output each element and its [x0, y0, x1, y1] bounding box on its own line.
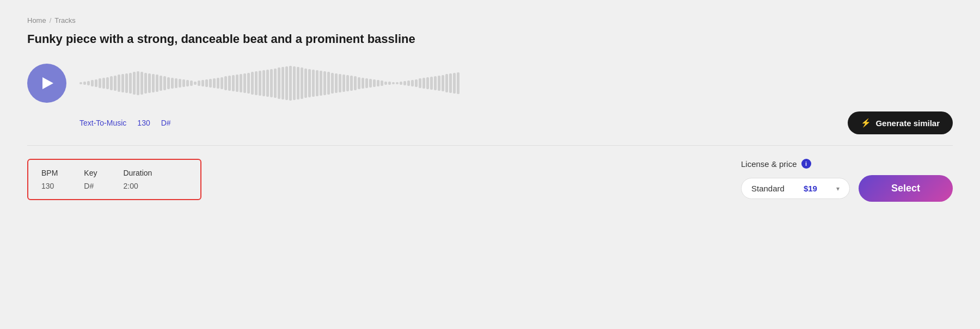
waveform-bar: [445, 74, 448, 92]
waveform-bar: [350, 76, 353, 90]
select-button[interactable]: Select: [859, 175, 953, 202]
license-right: Standard $19 ▾ Select: [741, 175, 953, 202]
waveform-bar: [365, 78, 368, 88]
waveform-bar: [152, 74, 155, 92]
waveform-bar: [327, 72, 330, 94]
waveform-bar: [434, 76, 437, 90]
waveform-bar: [102, 78, 105, 89]
waveform-bar: [449, 73, 452, 92]
waveform-bar: [392, 82, 395, 85]
waveform-bar: [87, 81, 90, 85]
waveform-bar: [430, 77, 433, 90]
waveform-bar: [384, 82, 387, 85]
license-section: License & price i Standard $19 ▾ Select: [741, 159, 953, 202]
divider: [27, 145, 953, 146]
waveform-bar: [422, 78, 425, 88]
waveform-bar: [220, 77, 223, 90]
breadcrumb-home[interactable]: Home: [27, 16, 46, 24]
waveform-bar: [160, 76, 162, 91]
duration-value: 2:00: [123, 182, 152, 190]
waveform-bar: [190, 80, 193, 85]
waveform-bar: [133, 72, 136, 94]
tags-and-generate: Text-To-Music 130 D# ⚡ Generate similar: [79, 111, 953, 134]
waveform-bar: [213, 78, 216, 88]
waveform-bar: [369, 79, 372, 88]
waveform-bar: [442, 75, 444, 92]
waveform-bar: [106, 77, 109, 90]
waveform-bar: [125, 73, 128, 94]
waveform-bar: [304, 69, 307, 98]
waveform-bar: [201, 80, 204, 86]
waveform-bar: [407, 80, 410, 86]
waveform-bar: [362, 78, 364, 89]
waveform-bar: [266, 70, 269, 97]
tag-text-to-music[interactable]: Text-To-Music: [79, 119, 126, 127]
waveform-bar: [438, 76, 440, 91]
breadcrumb-tracks[interactable]: Tracks: [54, 16, 76, 24]
waveform-bar: [175, 78, 177, 88]
bpm-value: 130: [41, 182, 58, 190]
waveform-bar: [247, 73, 250, 94]
waveform-bar: [377, 80, 379, 86]
waveform-bar: [289, 66, 292, 101]
player-section: [27, 61, 953, 105]
stats-box: BPM 130 Key D# Duration 2:00: [27, 159, 201, 200]
waveform-bar: [240, 74, 242, 92]
waveform-bar: [243, 73, 246, 94]
waveform-bar: [186, 80, 189, 86]
waveform-bar: [232, 75, 235, 91]
waveform-bar: [457, 72, 460, 94]
waveform[interactable]: [79, 61, 953, 105]
waveform-bar: [171, 78, 174, 89]
waveform-bar: [236, 75, 238, 92]
waveform-bar: [110, 76, 113, 90]
waveform-bar: [262, 70, 265, 96]
waveform-bar: [95, 79, 97, 87]
license-price: $19: [804, 184, 817, 193]
waveform-bar: [396, 82, 399, 84]
tag-key[interactable]: D#: [161, 119, 171, 127]
play-button[interactable]: [27, 64, 66, 103]
waveform-bar: [403, 81, 406, 85]
waveform-bar: [251, 72, 254, 94]
waveform-bar: [148, 73, 151, 94]
waveform-bar: [182, 79, 185, 87]
chevron-down-icon: ▾: [836, 185, 840, 193]
waveform-bar: [179, 79, 181, 88]
waveform-bar: [331, 73, 334, 94]
bpm-label: BPM: [41, 169, 58, 177]
info-icon[interactable]: i: [801, 159, 811, 169]
waveform-bar: [118, 75, 120, 92]
waveform-bar: [346, 75, 349, 91]
waveform-bar: [281, 67, 284, 99]
license-dropdown[interactable]: Standard $19 ▾: [741, 178, 850, 199]
waveform-bar: [285, 66, 288, 100]
waveform-bar: [255, 71, 258, 95]
waveform-bar: [426, 77, 429, 89]
page-container: Home / Tracks Funky piece with a strong,…: [0, 0, 980, 329]
key-value: D#: [84, 182, 97, 190]
waveform-bar: [411, 80, 414, 87]
key-label: Key: [84, 169, 97, 177]
generate-similar-button[interactable]: ⚡ Generate similar: [848, 111, 953, 134]
waveform-bar: [121, 74, 124, 92]
waveform-bar: [358, 77, 360, 90]
waveform-bar: [373, 79, 376, 87]
waveform-bar: [270, 69, 273, 98]
waveform-bar: [205, 79, 208, 87]
waveform-bar: [381, 80, 383, 85]
waveform-bar: [342, 75, 345, 92]
license-label-group: License & price i Standard $19 ▾ Select: [741, 159, 953, 202]
waveform-bar: [312, 70, 315, 97]
stat-bpm: BPM 130: [41, 169, 58, 190]
breadcrumb-separator: /: [50, 16, 52, 24]
tag-bpm[interactable]: 130: [137, 119, 150, 127]
waveform-bar: [297, 67, 299, 99]
license-name: Standard: [751, 184, 785, 193]
license-label-row: License & price i: [741, 159, 953, 169]
waveform-bar: [335, 73, 338, 94]
waveform-bar: [354, 76, 357, 90]
waveform-bar: [99, 78, 101, 88]
waveform-bar: [453, 73, 456, 94]
breadcrumb: Home / Tracks: [27, 16, 953, 24]
